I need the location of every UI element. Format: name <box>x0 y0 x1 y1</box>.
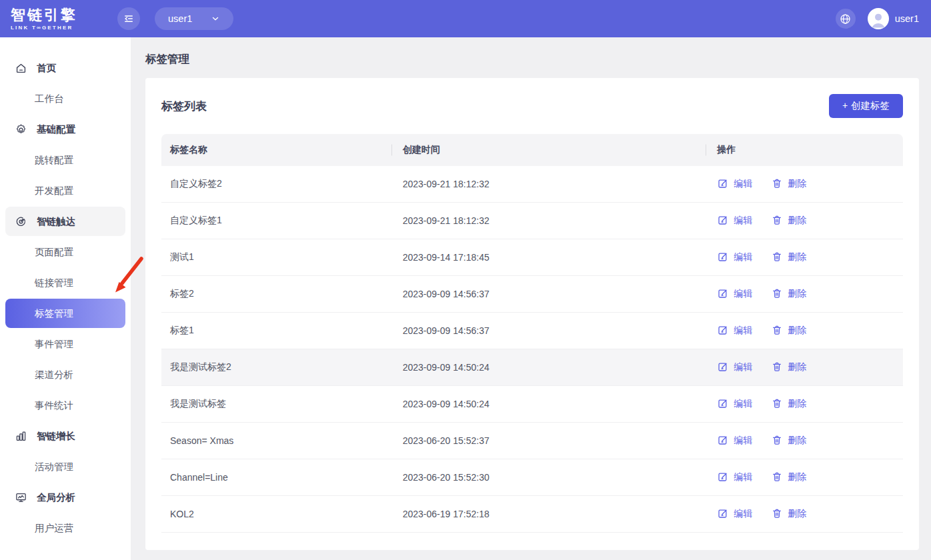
trash-icon <box>771 214 783 228</box>
gear-icon <box>15 123 27 136</box>
edit-button[interactable]: 编辑 <box>717 287 752 301</box>
edit-icon <box>717 507 729 521</box>
create-tag-button[interactable]: + 创建标签 <box>829 94 903 118</box>
created-time-cell: 2023-09-09 14:50:24 <box>391 399 706 409</box>
main-content: 标签管理 标签列表 + 创建标签 标签名称 创建时间 操作 自定义标签22023… <box>131 37 931 560</box>
edit-label: 编辑 <box>734 398 752 410</box>
bar-chart-icon <box>15 430 27 443</box>
delete-button[interactable]: 删除 <box>771 251 806 265</box>
table-row: 自定义标签22023-09-21 18:12:32编辑删除 <box>161 166 903 203</box>
actions-cell: 编辑删除 <box>706 471 903 485</box>
sidebar-item-11[interactable]: 事件统计 <box>5 391 125 420</box>
created-time-cell: 2023-06-20 15:52:37 <box>391 435 706 446</box>
sidebar-item-7[interactable]: 链接管理 <box>5 268 125 297</box>
delete-button[interactable]: 删除 <box>771 507 806 521</box>
created-time-cell: 2023-09-14 17:18:45 <box>391 252 706 263</box>
sidebar-item-label: 智链触达 <box>37 215 75 228</box>
tag-name-cell: KOL2 <box>161 509 391 519</box>
edit-icon <box>717 324 729 338</box>
edit-button[interactable]: 编辑 <box>717 361 752 375</box>
table-row: Season= Xmas2023-06-20 15:52:37编辑删除 <box>161 423 903 459</box>
tag-name-cell: Season= Xmas <box>161 435 391 446</box>
edit-label: 编辑 <box>734 251 752 263</box>
sidebar-item-label: 事件统计 <box>35 399 73 412</box>
delete-button[interactable]: 删除 <box>771 471 806 485</box>
trash-icon <box>771 471 783 485</box>
user-avatar[interactable] <box>868 8 889 29</box>
edit-button[interactable]: 编辑 <box>717 177 752 191</box>
created-time-cell: 2023-09-21 18:12:32 <box>391 179 706 189</box>
trash-icon <box>771 251 783 265</box>
sidebar-item-5[interactable]: 智链触达 <box>5 207 125 236</box>
delete-label: 删除 <box>788 178 806 190</box>
table-row: 标签22023-09-09 14:56:37编辑删除 <box>161 276 903 313</box>
target-icon <box>15 215 27 228</box>
sidebar-collapse-button[interactable] <box>117 7 140 30</box>
language-button[interactable] <box>836 9 856 29</box>
actions-cell: 编辑删除 <box>706 507 903 521</box>
edit-button[interactable]: 编辑 <box>717 324 752 338</box>
delete-button[interactable]: 删除 <box>771 177 806 191</box>
delete-button[interactable]: 删除 <box>771 434 806 448</box>
delete-button[interactable]: 删除 <box>771 397 806 411</box>
edit-label: 编辑 <box>734 215 752 227</box>
sidebar-item-label: 用户运营 <box>35 522 73 535</box>
sidebar-item-label: 渠道分析 <box>35 369 73 381</box>
actions-cell: 编辑删除 <box>706 251 903 265</box>
table-row: Channel=Line2023-06-20 15:52:30编辑删除 <box>161 459 903 496</box>
workspace-label: user1 <box>168 13 192 24</box>
sidebar-item-label: 首页 <box>37 62 56 75</box>
sidebar-item-label: 事件管理 <box>35 338 73 351</box>
edit-icon <box>717 214 729 228</box>
logo-tagline: LINK T∞GETHER <box>11 25 99 31</box>
sidebar-item-1[interactable]: 工作台 <box>5 84 125 113</box>
sidebar-item-15[interactable]: 用户运营 <box>5 513 125 543</box>
sidebar-item-label: 标签管理 <box>35 307 73 320</box>
home-icon <box>15 62 27 75</box>
edit-label: 编辑 <box>734 471 752 483</box>
created-time-cell: 2023-09-21 18:12:32 <box>391 215 706 226</box>
sidebar-item-3[interactable]: 跳转配置 <box>5 145 125 175</box>
sidebar-item-10[interactable]: 渠道分析 <box>5 360 125 389</box>
trash-icon <box>771 177 783 191</box>
sidebar-item-8[interactable]: 标签管理 <box>5 299 125 328</box>
sidebar-item-label: 跳转配置 <box>35 154 73 167</box>
header-username: user1 <box>895 13 919 24</box>
sidebar-nav: 首页工作台基础配置跳转配置开发配置智链触达页面配置链接管理标签管理事件管理渠道分… <box>0 37 131 560</box>
sidebar-item-label: 开发配置 <box>35 185 73 197</box>
tag-name-cell: 自定义标签1 <box>161 215 391 227</box>
delete-button[interactable]: 删除 <box>771 214 806 228</box>
delete-button[interactable]: 删除 <box>771 324 806 338</box>
sidebar-item-4[interactable]: 开发配置 <box>5 176 125 205</box>
sidebar-item-14[interactable]: 全局分析 <box>5 483 125 512</box>
person-icon <box>868 9 888 29</box>
edit-label: 编辑 <box>734 178 752 190</box>
sidebar-item-2[interactable]: 基础配置 <box>5 115 125 144</box>
edit-button[interactable]: 编辑 <box>717 507 752 521</box>
actions-cell: 编辑删除 <box>706 214 903 228</box>
column-header-actions: 操作 <box>706 144 903 156</box>
edit-button[interactable]: 编辑 <box>717 397 752 411</box>
delete-label: 删除 <box>788 361 806 373</box>
edit-icon <box>717 471 729 485</box>
sidebar-item-13[interactable]: 活动管理 <box>5 452 125 481</box>
sidebar-item-label: 智链增长 <box>37 430 75 443</box>
sidebar-item-label: 基础配置 <box>37 123 75 136</box>
delete-label: 删除 <box>788 435 806 447</box>
sidebar-item-9[interactable]: 事件管理 <box>5 329 125 359</box>
actions-cell: 编辑删除 <box>706 287 903 301</box>
delete-button[interactable]: 删除 <box>771 361 806 375</box>
tag-name-cell: 标签1 <box>161 325 391 337</box>
sidebar-item-6[interactable]: 页面配置 <box>5 237 125 267</box>
card-title: 标签列表 <box>161 99 207 114</box>
sidebar-item-0[interactable]: 首页 <box>5 53 125 83</box>
edit-button[interactable]: 编辑 <box>717 471 752 485</box>
edit-button[interactable]: 编辑 <box>717 434 752 448</box>
delete-button[interactable]: 删除 <box>771 287 806 301</box>
created-time-cell: 2023-06-19 17:52:18 <box>391 509 706 519</box>
edit-button[interactable]: 编辑 <box>717 251 752 265</box>
sidebar-item-label: 全局分析 <box>37 491 75 504</box>
sidebar-item-12[interactable]: 智链增长 <box>5 421 125 451</box>
edit-button[interactable]: 编辑 <box>717 214 752 228</box>
workspace-dropdown[interactable]: user1 <box>155 7 233 30</box>
